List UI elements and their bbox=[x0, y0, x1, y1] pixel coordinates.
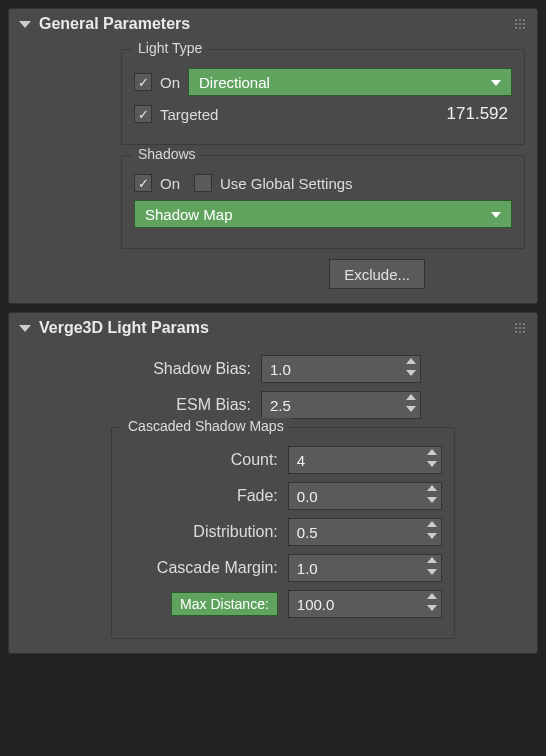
use-global-label: Use Global Settings bbox=[220, 175, 353, 192]
shadow-type-dropdown[interactable]: Shadow Map bbox=[134, 200, 512, 228]
chevron-down-icon[interactable] bbox=[427, 497, 437, 503]
panel-title: Verge3D Light Params bbox=[39, 319, 209, 337]
csm-distribution-spinner[interactable]: 0.5 bbox=[288, 518, 442, 546]
chevron-down-icon[interactable] bbox=[427, 605, 437, 611]
spinner-arrows[interactable] bbox=[406, 394, 416, 412]
cascaded-shadow-maps-group: Cascaded Shadow Maps Count: 4 Fade: 0.0 bbox=[111, 427, 455, 639]
shadows-on-checkbox[interactable] bbox=[134, 174, 152, 192]
shadow-bias-row: Shadow Bias: 1.0 bbox=[21, 355, 525, 383]
dropdown-value: Directional bbox=[199, 74, 270, 91]
chevron-down-icon[interactable] bbox=[427, 533, 437, 539]
shadow-type-row: Shadow Map bbox=[134, 200, 512, 228]
targeted-checkbox[interactable] bbox=[134, 105, 152, 123]
chevron-down-icon[interactable] bbox=[427, 569, 437, 575]
spinner-arrows[interactable] bbox=[427, 485, 437, 503]
csm-count-row: Count: 4 bbox=[124, 446, 442, 474]
drag-grip-icon[interactable] bbox=[515, 19, 527, 31]
targeted-value: 171.592 bbox=[447, 104, 512, 124]
shadows-group: Shadows On Use Global Settings Shadow Ma… bbox=[121, 155, 525, 249]
spinner-arrows[interactable] bbox=[427, 449, 437, 467]
esm-bias-label: ESM Bias: bbox=[21, 396, 251, 414]
chevron-up-icon[interactable] bbox=[427, 521, 437, 527]
csm-max-distance-label: Max Distance: bbox=[171, 592, 278, 616]
light-on-checkbox[interactable] bbox=[134, 73, 152, 91]
chevron-up-icon[interactable] bbox=[427, 557, 437, 563]
esm-bias-spinner[interactable]: 2.5 bbox=[261, 391, 421, 419]
disclosure-triangle-icon[interactable] bbox=[19, 325, 31, 332]
chevron-down-icon[interactable] bbox=[406, 406, 416, 412]
spinner-value: 0.0 bbox=[297, 488, 318, 505]
spinner-value: 100.0 bbox=[297, 596, 335, 613]
exclude-row: Exclude... bbox=[21, 259, 425, 289]
chevron-up-icon[interactable] bbox=[406, 394, 416, 400]
chevron-down-icon[interactable] bbox=[406, 370, 416, 376]
csm-fade-row: Fade: 0.0 bbox=[124, 482, 442, 510]
csm-distribution-row: Distribution: 0.5 bbox=[124, 518, 442, 546]
panel-title: General Parameters bbox=[39, 15, 190, 33]
csm-max-distance-spinner[interactable]: 100.0 bbox=[288, 590, 442, 618]
chevron-up-icon[interactable] bbox=[427, 593, 437, 599]
light-on-label: On bbox=[160, 74, 180, 91]
spinner-value: 2.5 bbox=[270, 397, 291, 414]
spinner-value: 0.5 bbox=[297, 524, 318, 541]
csm-cascade-margin-label: Cascade Margin: bbox=[124, 559, 278, 577]
general-parameters-panel: General Parameters Light Type On Directi… bbox=[8, 8, 538, 304]
csm-distribution-label: Distribution: bbox=[124, 523, 278, 541]
csm-fade-label: Fade: bbox=[124, 487, 278, 505]
dropdown-value: Shadow Map bbox=[145, 206, 233, 223]
exclude-button[interactable]: Exclude... bbox=[329, 259, 425, 289]
chevron-down-icon bbox=[491, 212, 501, 218]
group-legend: Shadows bbox=[132, 146, 202, 162]
panel-body: Shadow Bias: 1.0 ESM Bias: 2.5 Cascaded … bbox=[9, 343, 537, 653]
spinner-value: 1.0 bbox=[270, 361, 291, 378]
light-type-dropdown[interactable]: Directional bbox=[188, 68, 512, 96]
spinner-arrows[interactable] bbox=[427, 593, 437, 611]
shadow-bias-label: Shadow Bias: bbox=[21, 360, 251, 378]
csm-max-distance-row: Max Distance: 100.0 bbox=[124, 590, 442, 618]
panel-header[interactable]: General Parameters bbox=[9, 9, 537, 39]
chevron-up-icon[interactable] bbox=[427, 449, 437, 455]
panel-body: Light Type On Directional Targeted 171.5… bbox=[9, 39, 537, 303]
shadow-bias-spinner[interactable]: 1.0 bbox=[261, 355, 421, 383]
csm-count-spinner[interactable]: 4 bbox=[288, 446, 442, 474]
light-on-row: On Directional bbox=[134, 68, 512, 96]
targeted-row: Targeted 171.592 bbox=[134, 104, 512, 124]
shadows-on-row: On Use Global Settings bbox=[134, 174, 512, 192]
panel-header[interactable]: Verge3D Light Params bbox=[9, 313, 537, 343]
drag-grip-icon[interactable] bbox=[515, 323, 527, 335]
csm-cascade-margin-row: Cascade Margin: 1.0 bbox=[124, 554, 442, 582]
chevron-down-icon[interactable] bbox=[427, 461, 437, 467]
shadows-on-label: On bbox=[160, 175, 180, 192]
targeted-label: Targeted bbox=[160, 106, 218, 123]
chevron-up-icon[interactable] bbox=[406, 358, 416, 364]
csm-cascade-margin-spinner[interactable]: 1.0 bbox=[288, 554, 442, 582]
use-global-checkbox[interactable] bbox=[194, 174, 212, 192]
disclosure-triangle-icon[interactable] bbox=[19, 21, 31, 28]
group-legend: Light Type bbox=[132, 40, 208, 56]
spinner-arrows[interactable] bbox=[406, 358, 416, 376]
esm-bias-row: ESM Bias: 2.5 bbox=[21, 391, 525, 419]
csm-fade-spinner[interactable]: 0.0 bbox=[288, 482, 442, 510]
spinner-value: 4 bbox=[297, 452, 305, 469]
chevron-down-icon bbox=[491, 80, 501, 86]
spinner-arrows[interactable] bbox=[427, 521, 437, 539]
spinner-value: 1.0 bbox=[297, 560, 318, 577]
spinner-arrows[interactable] bbox=[427, 557, 437, 575]
chevron-up-icon[interactable] bbox=[427, 485, 437, 491]
button-label: Exclude... bbox=[344, 266, 410, 283]
group-legend: Cascaded Shadow Maps bbox=[122, 418, 290, 434]
verge3d-light-params-panel: Verge3D Light Params Shadow Bias: 1.0 ES… bbox=[8, 312, 538, 654]
light-type-group: Light Type On Directional Targeted 171.5… bbox=[121, 49, 525, 145]
csm-count-label: Count: bbox=[124, 451, 278, 469]
